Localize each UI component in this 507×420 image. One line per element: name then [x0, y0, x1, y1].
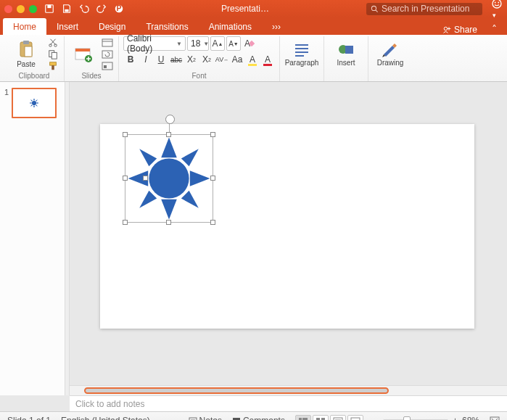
resize-handle-sw[interactable] [123, 220, 128, 225]
resize-handle-n[interactable] [166, 132, 171, 137]
search-placeholder: Search in Presentation [382, 4, 469, 14]
tab-insert[interactable]: Insert [46, 18, 88, 35]
font-name-select[interactable]: Calibri (Body)▼ [123, 36, 186, 51]
close-window-icon[interactable] [4, 5, 12, 13]
new-slide-button[interactable] [69, 37, 98, 72]
tab-transitions[interactable]: Transitions [136, 18, 198, 35]
svg-rect-21 [51, 52, 57, 59]
resize-handle-w[interactable] [123, 176, 128, 181]
notes-toggle[interactable]: Notes [189, 416, 222, 421]
svg-point-9 [498, 2, 499, 4]
zoom-level[interactable]: 68% [462, 416, 479, 421]
zoom-out-button[interactable]: − [374, 416, 379, 421]
collapse-ribbon-icon[interactable]: ˄ [485, 23, 504, 35]
redo-icon[interactable] [96, 4, 107, 14]
tab-home[interactable]: Home [3, 18, 46, 35]
highlight-button[interactable]: A [245, 52, 260, 67]
sun-shape-icon[interactable] [125, 135, 213, 222]
zoom-window-icon[interactable] [29, 5, 37, 13]
comments-toggle[interactable]: Comments [232, 416, 285, 421]
svg-rect-62 [299, 418, 302, 421]
feedback-icon[interactable]: ▾ [491, 0, 503, 20]
notes-input[interactable]: Click to add notes [70, 395, 507, 411]
slide-thumbnails: 1 [0, 82, 65, 395]
resize-handle-ne[interactable] [210, 132, 215, 137]
svg-marker-58 [181, 191, 199, 208]
sun-shape-thumb-icon [29, 98, 39, 108]
svg-rect-2 [65, 9, 68, 12]
char-spacing-button[interactable]: AV↔ [215, 52, 229, 67]
svg-line-6 [376, 9, 378, 12]
drawing-button[interactable]: Drawing [373, 36, 408, 71]
slide-indicator[interactable]: Slide 1 of 1 [7, 416, 51, 421]
insert-label: Insert [337, 59, 355, 67]
minimize-window-icon[interactable] [17, 5, 25, 13]
group-paragraph: Paragraph [280, 36, 324, 81]
document-title: Presentati… [124, 4, 366, 14]
quick-access-toolbar [44, 4, 107, 14]
language-indicator[interactable]: English (United States) [61, 416, 150, 421]
search-input[interactable]: Search in Presentation [366, 3, 482, 15]
resize-handle-s[interactable] [166, 220, 171, 225]
slide[interactable] [100, 124, 474, 329]
svg-marker-54 [190, 170, 210, 186]
font-color-button[interactable]: A [260, 52, 275, 67]
shrink-font-button[interactable]: A▼ [226, 36, 241, 51]
group-drawing: Drawing [368, 36, 412, 81]
paragraph-button[interactable]: Paragraph [284, 36, 319, 71]
paste-button[interactable]: Paste [9, 37, 44, 72]
share-button[interactable]: Share [435, 25, 485, 35]
fit-to-window-button[interactable] [490, 416, 500, 421]
strikethrough-button[interactable]: abc [169, 52, 184, 67]
italic-button[interactable]: I [139, 52, 153, 67]
undo-icon[interactable] [79, 4, 89, 14]
share-label: Share [454, 25, 477, 35]
svg-text:P: P [116, 4, 121, 12]
group-clipboard: Paste Clipboard [4, 36, 65, 81]
search-icon [371, 5, 379, 13]
group-font-label: Font [191, 72, 206, 81]
svg-rect-34 [249, 41, 255, 46]
bold-button[interactable]: B [123, 52, 138, 67]
superscript-button[interactable]: X2 [199, 52, 214, 67]
resize-handle-se[interactable] [210, 220, 215, 225]
thumb-number: 1 [4, 88, 9, 118]
svg-marker-55 [139, 149, 157, 166]
section-icon[interactable] [101, 61, 114, 71]
resize-handle-e[interactable] [210, 176, 215, 181]
slide-thumbnail-1[interactable] [12, 88, 57, 118]
scrollbar-thumb[interactable] [84, 387, 389, 394]
underline-button[interactable]: U [154, 52, 168, 67]
tab-animations[interactable]: Animations [199, 18, 262, 35]
reset-icon[interactable] [101, 49, 114, 59]
clear-format-button[interactable]: A [242, 36, 257, 51]
slide-canvas[interactable] [70, 82, 507, 395]
cut-icon[interactable] [46, 38, 59, 48]
save-icon[interactable] [62, 4, 72, 14]
change-case-button[interactable]: Aa [230, 52, 244, 67]
rotate-handle[interactable] [169, 122, 170, 132]
resize-handle-nw[interactable] [123, 132, 128, 137]
workspace: 1 [0, 82, 507, 395]
shape-selection[interactable] [125, 134, 213, 223]
adjust-handle[interactable] [143, 176, 148, 181]
grow-font-button[interactable]: A▲ [210, 36, 225, 51]
copy-icon[interactable] [46, 49, 59, 59]
tabs-overflow[interactable]: ››› [262, 18, 291, 35]
clipboard-icon [18, 40, 34, 59]
layout-icon[interactable] [101, 38, 114, 48]
subscript-button[interactable]: X2 [184, 52, 199, 67]
zoom-in-button[interactable]: + [453, 416, 458, 421]
insert-button[interactable]: Insert [329, 36, 363, 71]
format-painter-icon[interactable] [46, 61, 59, 71]
font-size-select[interactable]: 18▼ [187, 36, 209, 51]
paragraph-label: Paragraph [285, 59, 319, 67]
horizontal-scrollbar[interactable] [70, 385, 507, 395]
reading-view-button[interactable] [330, 415, 346, 421]
tab-design[interactable]: Design [88, 18, 136, 35]
normal-view-button[interactable] [295, 415, 311, 421]
sorter-view-button[interactable] [313, 415, 329, 421]
zoom-slider-thumb[interactable] [403, 416, 411, 421]
slideshow-view-button[interactable] [347, 415, 363, 421]
autosave-icon[interactable] [44, 4, 54, 14]
